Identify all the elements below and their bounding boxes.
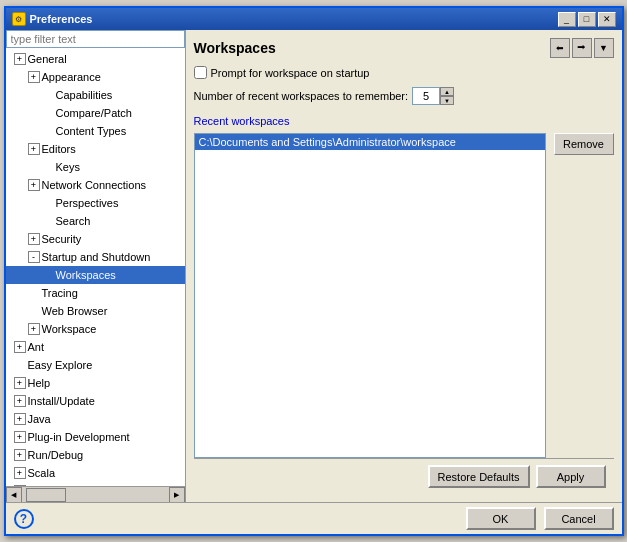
ok-button[interactable]: OK	[466, 507, 536, 530]
sidebar-item-label-security: Security	[42, 231, 82, 247]
expand-icon-network-connections[interactable]: +	[28, 179, 40, 191]
window-icon: ⚙	[12, 12, 26, 26]
sidebar-item-security[interactable]: +Security	[6, 230, 185, 248]
sidebar-item-search[interactable]: Search	[6, 212, 185, 230]
sidebar-item-perspectives[interactable]: Perspectives	[6, 194, 185, 212]
scroll-track	[22, 487, 169, 502]
sidebar-item-label-network-connections: Network Connections	[42, 177, 147, 193]
help-icon[interactable]: ?	[14, 509, 34, 529]
expand-icon-workspace[interactable]: +	[28, 323, 40, 335]
sidebar-item-label-content-types: Content Types	[56, 123, 127, 139]
sidebar-item-label-tracing: Tracing	[42, 285, 78, 301]
sidebar-item-install-update[interactable]: +Install/Update	[6, 392, 185, 410]
sidebar-item-tracing[interactable]: Tracing	[6, 284, 185, 302]
spinner-up-btn[interactable]: ▲	[440, 87, 454, 96]
sidebar-item-startup-shutdown[interactable]: -Startup and Shutdown	[6, 248, 185, 266]
right-header: Workspaces ⬅ ⮕ ▼	[194, 38, 614, 58]
sidebar-item-help[interactable]: +Help	[6, 374, 185, 392]
window-title: Preferences	[30, 13, 93, 25]
sidebar-item-editors[interactable]: +Editors	[6, 140, 185, 158]
spinner-down-btn[interactable]: ▼	[440, 96, 454, 105]
title-buttons: _ □ ✕	[558, 12, 616, 27]
sidebar-item-content-types[interactable]: Content Types	[6, 122, 185, 140]
sidebar-item-label-ant: Ant	[28, 339, 45, 355]
list-row: C:\Documents and Settings\Administrator\…	[194, 133, 614, 458]
expand-icon-java[interactable]: +	[14, 413, 26, 425]
sidebar-item-appearance[interactable]: +Appearance	[6, 68, 185, 86]
scroll-thumb[interactable]	[26, 488, 66, 502]
restore-defaults-button[interactable]: Restore Defaults	[428, 465, 530, 488]
scroll-right-btn[interactable]: ▶	[169, 487, 185, 503]
sidebar-item-label-perspectives: Perspectives	[56, 195, 119, 211]
expand-icon-appearance[interactable]: +	[28, 71, 40, 83]
right-panel: Workspaces ⬅ ⮕ ▼ Prompt for workspace on…	[186, 30, 622, 502]
sidebar-item-web-browser[interactable]: Web Browser	[6, 302, 185, 320]
horizontal-scrollbar: ◀ ▶	[6, 486, 185, 502]
sidebar-item-ant[interactable]: +Ant	[6, 338, 185, 356]
sidebar-item-label-workspaces: Workspaces	[56, 267, 116, 283]
content-area: +General+AppearanceCapabilitiesCompare/P…	[6, 30, 622, 502]
sidebar-item-workspace[interactable]: +Workspace	[6, 320, 185, 338]
sidebar-item-label-help: Help	[28, 375, 51, 391]
spinner-control: ▲ ▼	[412, 87, 454, 105]
prompt-checkbox-row: Prompt for workspace on startup	[194, 66, 614, 79]
recent-count-label: Number of recent workspaces to remember:	[194, 90, 409, 102]
prompt-checkbox[interactable]	[194, 66, 207, 79]
bottom-bar: Restore Defaults Apply	[194, 458, 614, 494]
settings-content: Prompt for workspace on startup Number o…	[194, 66, 614, 458]
sidebar-item-capabilities[interactable]: Capabilities	[6, 86, 185, 104]
expand-icon-startup-shutdown[interactable]: -	[28, 251, 40, 263]
sidebar-item-workspaces[interactable]: Workspaces	[6, 266, 185, 284]
expand-icon-general[interactable]: +	[14, 53, 26, 65]
sidebar-item-java[interactable]: +Java	[6, 410, 185, 428]
expand-icon-install-update[interactable]: +	[14, 395, 26, 407]
sidebar-item-label-java: Java	[28, 411, 51, 427]
expand-icon-run-debug[interactable]: +	[14, 449, 26, 461]
sidebar-item-plugin-development[interactable]: +Plug-in Development	[6, 428, 185, 446]
nav-forward-button[interactable]: ⮕	[572, 38, 592, 58]
sidebar-item-label-plugin-development: Plug-in Development	[28, 429, 130, 445]
expand-icon-plugin-development[interactable]: +	[14, 431, 26, 443]
sidebar-item-label-search: Search	[56, 213, 91, 229]
expand-icon-ant[interactable]: +	[14, 341, 26, 353]
sidebar-item-easy-explore[interactable]: Easy Explore	[6, 356, 185, 374]
close-button[interactable]: ✕	[598, 12, 616, 27]
title-bar: ⚙ Preferences _ □ ✕	[6, 8, 622, 30]
left-panel: +General+AppearanceCapabilitiesCompare/P…	[6, 30, 186, 502]
sidebar-item-label-web-browser: Web Browser	[42, 303, 108, 319]
filter-input[interactable]	[6, 30, 185, 48]
minimize-button[interactable]: _	[558, 12, 576, 27]
tree-area: +General+AppearanceCapabilitiesCompare/P…	[6, 48, 185, 486]
sidebar-item-scala[interactable]: +Scala	[6, 464, 185, 482]
expand-icon-security[interactable]: +	[28, 233, 40, 245]
sidebar-item-run-debug[interactable]: +Run/Debug	[6, 446, 185, 464]
sidebar-item-keys[interactable]: Keys	[6, 158, 185, 176]
workspaces-list[interactable]: C:\Documents and Settings\Administrator\…	[194, 133, 546, 458]
nav-back-button[interactable]: ⬅	[550, 38, 570, 58]
cancel-button[interactable]: Cancel	[544, 507, 614, 530]
expand-icon-editors[interactable]: +	[28, 143, 40, 155]
recent-count-row: Number of recent workspaces to remember:…	[194, 87, 614, 105]
maximize-button[interactable]: □	[578, 12, 596, 27]
sidebar-item-label-startup-shutdown: Startup and Shutdown	[42, 249, 151, 265]
prompt-label: Prompt for workspace on startup	[211, 67, 370, 79]
sidebar-item-label-compare-patch: Compare/Patch	[56, 105, 132, 121]
preferences-window: ⚙ Preferences _ □ ✕ +General+AppearanceC…	[4, 6, 624, 536]
workspace-list-item[interactable]: C:\Documents and Settings\Administrator\…	[195, 134, 545, 150]
expand-icon-help[interactable]: +	[14, 377, 26, 389]
apply-button[interactable]: Apply	[536, 465, 606, 488]
expand-icon-scala[interactable]: +	[14, 467, 26, 479]
sidebar-item-network-connections[interactable]: +Network Connections	[6, 176, 185, 194]
sidebar-item-label-capabilities: Capabilities	[56, 87, 113, 103]
remove-button[interactable]: Remove	[554, 133, 614, 155]
spinner-buttons: ▲ ▼	[440, 87, 454, 105]
sidebar-item-label-editors: Editors	[42, 141, 76, 157]
sidebar-item-label-scala: Scala	[28, 465, 56, 481]
nav-dropdown-button[interactable]: ▼	[594, 38, 614, 58]
sidebar-item-label-easy-explore: Easy Explore	[28, 357, 93, 373]
sidebar-item-compare-patch[interactable]: Compare/Patch	[6, 104, 185, 122]
nav-icons: ⬅ ⮕ ▼	[550, 38, 614, 58]
recent-count-input[interactable]	[412, 87, 440, 105]
sidebar-item-general[interactable]: +General	[6, 50, 185, 68]
scroll-left-btn[interactable]: ◀	[6, 487, 22, 503]
